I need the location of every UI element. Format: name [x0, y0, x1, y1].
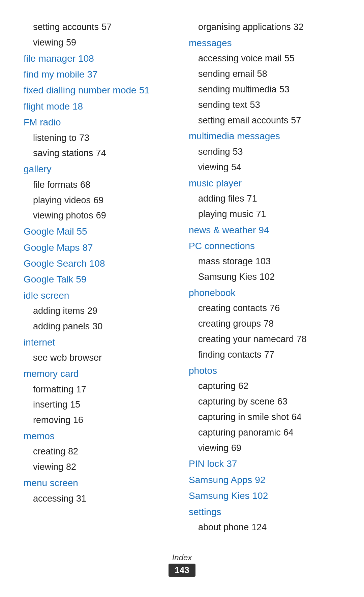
- index-subterm: accessing: [33, 494, 73, 504]
- index-term: menu screen: [24, 478, 78, 488]
- index-columns: setting accounts57viewing59file manager1…: [24, 20, 340, 536]
- index-term: internet: [24, 337, 55, 348]
- index-entry: creating your namecard78: [189, 332, 340, 347]
- index-subterm: setting email accounts: [198, 115, 288, 125]
- index-subterm: viewing photos: [33, 210, 93, 220]
- index-subterm-number: 124: [251, 522, 267, 532]
- index-subterm: viewing: [198, 162, 229, 172]
- footer-label: Index: [0, 553, 364, 562]
- index-term: Google Talk: [24, 274, 73, 285]
- index-subterm-number: 31: [76, 494, 86, 504]
- index-entry: menu screen: [24, 476, 175, 490]
- index-subterm: formatting: [33, 384, 73, 394]
- index-entry: file manager108: [24, 51, 175, 66]
- index-subterm: listening to: [33, 133, 77, 143]
- index-term: Google Search: [24, 258, 87, 269]
- index-entry: settings: [189, 505, 340, 519]
- right-column: organising applications32messagesaccessi…: [189, 20, 340, 536]
- index-subterm: adding items: [33, 306, 85, 316]
- index-entry: viewing69: [189, 441, 340, 455]
- index-term: music player: [189, 178, 242, 188]
- index-entry: PIN lock37: [189, 456, 340, 471]
- index-subterm: sending: [198, 147, 230, 157]
- index-term: PIN lock: [189, 458, 224, 469]
- index-subterm-number: 29: [87, 306, 97, 316]
- index-entry: phonebook: [189, 286, 340, 300]
- index-term: flight mode: [24, 101, 70, 112]
- index-entry: viewing59: [24, 36, 175, 50]
- index-subterm-number: 32: [294, 22, 304, 32]
- index-subterm-number: 78: [264, 319, 274, 329]
- index-term: idle screen: [24, 290, 69, 301]
- index-subterm-number: 58: [257, 69, 267, 79]
- index-subterm: file formats: [33, 180, 78, 190]
- index-entry: playing music71: [189, 207, 340, 221]
- index-entry: creating contacts76: [189, 301, 340, 316]
- index-subterm: capturing panoramic: [198, 427, 281, 438]
- index-subterm-number: 77: [264, 350, 274, 360]
- index-subterm: inserting: [33, 399, 67, 410]
- index-subterm: viewing: [33, 462, 63, 472]
- index-entry: Google Search108: [24, 256, 175, 271]
- index-subterm-number: 15: [70, 399, 80, 410]
- index-subterm-number: 69: [93, 195, 103, 205]
- index-subterm-number: 64: [283, 427, 294, 438]
- index-entry: creating groups78: [189, 317, 340, 331]
- index-term: fixed dialling number mode: [24, 85, 136, 95]
- index-subterm: creating your namecard: [198, 334, 294, 344]
- index-entry: sending email58: [189, 67, 340, 81]
- index-term: Google Maps: [24, 242, 80, 253]
- index-subterm: playing music: [198, 209, 253, 219]
- index-subterm-number: 62: [238, 381, 248, 391]
- index-subterm: sending email: [198, 69, 254, 79]
- index-subterm: adding files: [198, 193, 244, 204]
- index-entry: gallery: [24, 162, 175, 176]
- index-subterm-number: 53: [279, 84, 290, 94]
- index-subterm: creating groups: [198, 319, 261, 329]
- index-subterm: creating contacts: [198, 303, 267, 313]
- index-subterm-number: 69: [231, 443, 241, 453]
- index-subterm: capturing: [198, 381, 236, 391]
- index-subterm-number: 103: [255, 256, 271, 266]
- index-subterm-number: 59: [66, 37, 76, 48]
- index-term: Samsung Kies: [189, 490, 250, 501]
- index-term: find my mobile: [24, 69, 85, 80]
- index-entry: sending53: [189, 145, 340, 159]
- index-subterm: see web browser: [33, 353, 102, 363]
- index-term-number: 108: [78, 53, 94, 64]
- footer-page: 143: [169, 564, 195, 577]
- index-entry: memos: [24, 429, 175, 443]
- index-entry: setting accounts57: [24, 20, 175, 34]
- index-entry: setting email accounts57: [189, 114, 340, 128]
- page-footer: Index 143: [0, 553, 364, 577]
- index-term: gallery: [24, 164, 51, 174]
- index-subterm-number: 16: [73, 415, 83, 425]
- index-subterm-number: 53: [250, 100, 260, 110]
- index-entry: Google Talk59: [24, 272, 175, 287]
- index-subterm-number: 82: [66, 462, 76, 472]
- index-subterm-number: 30: [92, 321, 102, 331]
- index-entry: Samsung Apps92: [189, 473, 340, 487]
- index-term-number: 59: [76, 274, 86, 285]
- index-entry: removing16: [24, 413, 175, 427]
- index-entry: fixed dialling number mode51: [24, 83, 175, 97]
- index-entry: Google Maps87: [24, 240, 175, 255]
- index-term: multimedia messages: [189, 131, 280, 141]
- index-entry: viewing photos69: [24, 209, 175, 223]
- index-entry: memory card: [24, 366, 175, 381]
- index-entry: sending multimedia53: [189, 83, 340, 97]
- index-term-number: 55: [77, 226, 87, 237]
- index-entry: music player: [189, 176, 340, 190]
- index-term: phonebook: [189, 288, 236, 298]
- index-entry: creating82: [24, 445, 175, 459]
- index-entry: FM radio: [24, 115, 175, 129]
- index-subterm: sending multimedia: [198, 84, 277, 94]
- index-subterm: creating: [33, 446, 65, 456]
- index-entry: playing videos69: [24, 193, 175, 208]
- index-subterm-number: 64: [292, 412, 302, 422]
- index-entry: formatting17: [24, 383, 175, 397]
- index-entry: viewing82: [24, 460, 175, 474]
- index-term: messages: [189, 38, 232, 48]
- index-term: memory card: [24, 368, 79, 379]
- index-subterm: Samsung Kies: [198, 272, 257, 282]
